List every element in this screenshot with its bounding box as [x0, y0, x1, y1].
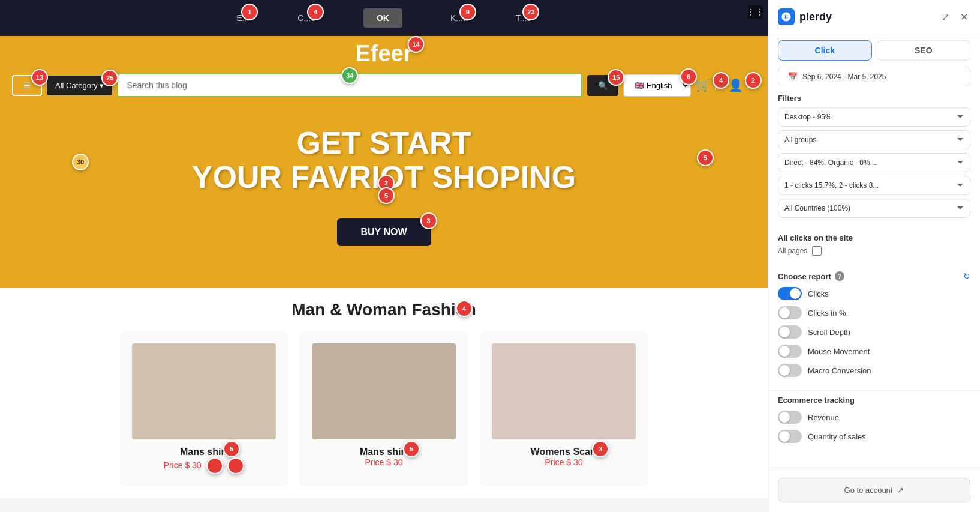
tab-seo[interactable]: SEO: [877, 40, 971, 61]
product-img-3: [492, 343, 636, 439]
toggle-row-revenue: Revenue: [778, 411, 970, 424]
prod1-price-badge1: 3: [206, 457, 223, 474]
products-section: Man & Woman Fashion 4 Mans shirt 5 Price…: [0, 288, 768, 498]
cart1-wrap: 🛒 4 RT: [696, 78, 723, 92]
filters-title: Filters: [778, 94, 970, 103]
help-icon[interactable]: ?: [835, 271, 844, 281]
mouse-movement-toggle[interactable]: [778, 345, 802, 358]
cart2-btn[interactable]: 👤: [728, 78, 743, 92]
mouse-movement-label: Mouse Movement: [808, 347, 870, 356]
product-img-2: [312, 343, 456, 439]
hero-logo: Efeer 14: [355, 41, 412, 67]
filters-section: Filters Desktop - 95% All groups Direct …: [768, 94, 980, 229]
all-pages-checkbox[interactable]: [812, 246, 822, 256]
products-grid: Mans shirt 5 Price $ 30 3 1 Mans shirt 5: [24, 331, 744, 486]
plerdy-title: plerdy: [799, 11, 832, 23]
price-label-1: Price: [164, 460, 183, 470]
external-link-icon: ↗: [897, 486, 904, 495]
prod2-badge: 5: [403, 441, 420, 457]
toggle-row-scroll: Scroll Depth: [778, 325, 970, 339]
choose-report-title: Choose report: [778, 272, 831, 281]
search-bar-row: ☰ 13 All Category ▾ 25 34 🔍 15 🇬🇧: [12, 73, 756, 97]
macro-conversion-toggle[interactable]: [778, 364, 802, 377]
lang-badge: 6: [680, 68, 697, 85]
toggle-row-quantity: Quantity of sales: [778, 430, 970, 443]
website-area: ⋮⋮ E..r 1 C...e 4 OK K...a 9 T...s 23 Ef…: [0, 0, 768, 512]
product-card-2[interactable]: Mans shirt 5 Price $ 30: [300, 331, 468, 486]
tab-click[interactable]: Click: [778, 40, 872, 61]
go-to-account-label: Go to account: [844, 486, 893, 495]
scroll-depth-label: Scroll Depth: [808, 328, 850, 337]
device-filter[interactable]: Desktop - 95%: [778, 107, 970, 127]
refresh-button[interactable]: ↻: [963, 271, 970, 281]
top-nav: E..r 1 C...e 4 OK K...a 9 T...s 23: [0, 0, 768, 36]
close-button[interactable]: ✕: [958, 9, 970, 25]
cart1-badge: 4: [713, 72, 729, 89]
category-badge: 25: [101, 70, 118, 86]
product-name-1: Mans shirt: [180, 447, 228, 457]
countries-filter[interactable]: All Countries (100%): [778, 199, 970, 218]
price-value-2: $ 30: [386, 457, 402, 467]
ok-button[interactable]: OK: [363, 8, 402, 28]
search-input-badge: 34: [341, 67, 358, 84]
product-price-2: Price $ 30: [312, 457, 456, 467]
nav-badge-1: 1: [241, 4, 258, 20]
prod3-badge: 3: [592, 441, 609, 457]
date-range[interactable]: 📅 Sep 6, 2024 - Mar 5, 2025: [778, 67, 970, 86]
price-label-3: Price: [545, 457, 564, 467]
traffic-filter[interactable]: Direct - 84%, Organic - 0%,...: [778, 153, 970, 172]
product-price-3: Price $ 30: [492, 457, 636, 467]
revenue-toggle[interactable]: [778, 411, 802, 424]
left-icon-wrap: ☰ 13: [12, 75, 42, 96]
expand-button[interactable]: ⤢: [939, 9, 952, 25]
all-pages-row: All pages: [778, 246, 970, 256]
go-to-account-section: Go to account ↗: [768, 468, 980, 512]
prod1-name-wrap: Mans shirt 5: [180, 447, 228, 457]
clicks-filter[interactable]: 1 - clicks 15.7%, 2 - clicks 8...: [778, 176, 970, 195]
product-card-1[interactable]: Mans shirt 5 Price $ 30 3 1: [120, 331, 288, 486]
buy-now-button[interactable]: BUY NOW 3: [336, 218, 431, 246]
calendar-icon: 📅: [788, 72, 798, 81]
nav-item-3[interactable]: K...a 9: [450, 13, 468, 23]
choose-report-section: Choose report ? ↻ Clicks Clicks in % Scr…: [768, 267, 980, 388]
dots-menu[interactable]: ⋮⋮: [748, 5, 763, 19]
price-label-2: Price: [365, 457, 384, 467]
prod1-badge: 5: [223, 441, 240, 457]
hero-dot2: 5: [378, 187, 395, 204]
clicks-toggle[interactable]: [778, 287, 802, 300]
all-clicks-section: All clicks on the site All pages: [768, 229, 980, 267]
scroll-depth-toggle[interactable]: [778, 325, 802, 339]
buy-badge: 3: [420, 212, 437, 229]
product-img-1: [132, 343, 276, 439]
plerdy-logo-icon: [778, 8, 795, 25]
nav-item-1[interactable]: E..r 1: [237, 13, 250, 23]
product-card-3[interactable]: Womens Scart 3 Price $ 30: [480, 331, 648, 486]
ecommerce-section: Ecommerce tracking Revenue Quantity of s…: [768, 390, 980, 454]
clicks-pct-toggle[interactable]: [778, 306, 802, 319]
toggle-row-mouse: Mouse Movement: [778, 345, 970, 358]
cart2-badge: 2: [745, 72, 762, 89]
go-to-account-button[interactable]: Go to account ↗: [778, 478, 970, 502]
prod2-name-wrap: Mans shirt 5: [360, 447, 408, 457]
nav-badge-3: 9: [459, 4, 476, 20]
nav-item-4[interactable]: T...s 23: [516, 13, 531, 23]
groups-filter[interactable]: All groups: [778, 130, 970, 149]
nav-badge-2: 4: [307, 4, 324, 20]
revenue-label: Revenue: [808, 413, 839, 422]
prod1-price-badge2: 1: [227, 457, 244, 474]
product-price-1: Price $ 30 3 1: [132, 457, 276, 474]
product-title-badge: 4: [456, 300, 473, 317]
lang-wrap: 🇬🇧 English 6: [623, 74, 691, 97]
choose-report-header: Choose report ? ↻: [778, 271, 970, 281]
nav-item-2[interactable]: C...e 4: [297, 13, 315, 23]
clicks-pct-label: Clicks in %: [808, 309, 846, 318]
quantity-toggle[interactable]: [778, 430, 802, 443]
quantity-label: Quantity of sales: [808, 432, 866, 441]
search-input-wrap: 34: [117, 73, 582, 97]
nav-badge-4: 23: [522, 4, 539, 20]
hero-left-badge: 30: [72, 154, 89, 170]
all-clicks-title: All clicks on the site: [778, 233, 970, 242]
search-right-wrap: 🔍 15: [587, 75, 618, 96]
plerdy-logo: plerdy: [778, 8, 832, 25]
cart1-btn[interactable]: 🛒: [696, 78, 711, 92]
